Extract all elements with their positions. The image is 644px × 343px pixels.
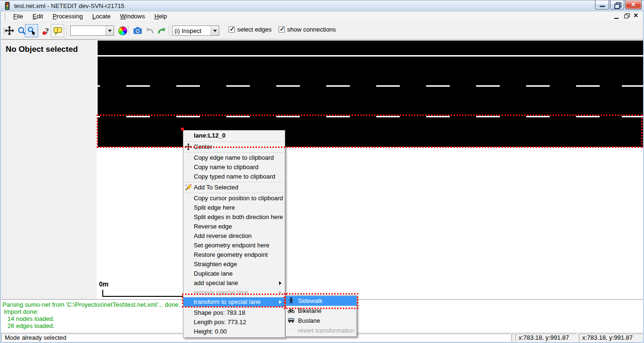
menubar: FileEditProcessingLocateWindowsHelp (1, 11, 643, 22)
context-menu-item[interactable]: Split edges in both direction here (183, 212, 285, 222)
context-menu-item[interactable]: Restore geometry endpoint (183, 250, 285, 260)
buslane-icon (288, 317, 295, 324)
checkbox-checked-icon (279, 26, 285, 33)
chevron-down-icon (213, 30, 217, 32)
road-edges[interactable] (98, 41, 643, 147)
minimize-button[interactable] (595, 0, 609, 9)
select-edges-checkbox[interactable]: select edges (229, 26, 272, 33)
restore-button[interactable] (610, 0, 624, 9)
context-menu-item[interactable]: Straighten edge (183, 260, 285, 269)
submenu-arrow-icon (279, 281, 281, 285)
submenu-arrow-icon (279, 291, 281, 294)
zoom-select-button[interactable] (25, 24, 38, 37)
lane-divider-dashed (98, 116, 643, 117)
context-menu-item[interactable]: transform to special lane (183, 297, 285, 307)
bikelane-icon (288, 307, 295, 314)
undo-button[interactable] (143, 24, 156, 37)
mdi-close-button[interactable] (633, 13, 640, 20)
netedit-window: test.net.xml - NETEDIT dev-SVN-r21715 Fi… (0, 0, 644, 343)
submenu-arrow-icon (279, 300, 281, 304)
locator-combo[interactable] (70, 25, 114, 36)
menu-separator (184, 182, 284, 182)
snapshot-button[interactable] (131, 24, 144, 37)
inspector-message: No Object selected (6, 45, 78, 54)
scale-label: 0m (99, 280, 108, 288)
lane-divider-solid (98, 55, 643, 57)
menu-separator (184, 307, 284, 308)
toolbar-separator (66, 25, 67, 36)
svg-text:?: ? (45, 26, 49, 35)
window-title: test.net.xml - NETEDIT dev-SVN-r21715 (14, 2, 124, 9)
lane-divider-dashed (98, 85, 643, 87)
context-menu-item[interactable]: Set geometry endpoint here (183, 241, 285, 250)
context-menu-info: Height: 0.00 (183, 327, 285, 336)
context-menu-item[interactable]: add special lane (183, 278, 285, 288)
menubar-item[interactable]: Windows (116, 11, 150, 22)
titlebar[interactable]: test.net.xml - NETEDIT dev-SVN-r21715 (0, 0, 644, 11)
menubar-item[interactable]: File (8, 11, 28, 22)
toolbar: ? ! (1, 22, 643, 40)
sidewalk-icon (288, 297, 295, 304)
netedit-app-icon (3, 2, 11, 10)
window-border-left (0, 11, 1, 343)
scale-bar-line (102, 296, 183, 297)
menubar-item[interactable]: Edit (28, 11, 48, 22)
color-wheel-icon (118, 26, 127, 35)
tooltip-toggle-button[interactable]: ! (51, 24, 64, 37)
context-menu-item[interactable]: Center (183, 142, 285, 152)
context-menu-item[interactable]: Copy edge name to clipboard (183, 153, 285, 163)
context-menu-item[interactable]: Add reverse direction (183, 231, 285, 241)
mode-combo[interactable]: (i) Inspect (172, 25, 219, 36)
wand-icon (185, 184, 192, 191)
context-menu-item[interactable]: remove special lane (183, 288, 285, 297)
checkbox-checked-icon (229, 26, 235, 33)
context-menu-item[interactable]: Add To Selected (183, 183, 285, 192)
statusbar-separator (512, 334, 514, 342)
click-position-marker (181, 128, 184, 131)
menu-separator (184, 141, 284, 142)
context-menu-item[interactable]: Copy cursor position to clipboard (183, 194, 285, 203)
transform-lane-submenu: Sidewalk Bikelane Buslane revert transfo… (285, 295, 357, 337)
submenu-item[interactable]: revert transformation (286, 326, 356, 335)
chevron-down-icon (108, 30, 112, 32)
menubar-item[interactable]: Processing (48, 11, 87, 22)
menubar-grip[interactable] (3, 13, 5, 20)
context-menu-item[interactable]: Duplicate lane (183, 269, 285, 278)
menubar-item[interactable]: Locate (88, 11, 116, 22)
context-menu-info: Length pos: 773.12 (183, 318, 285, 327)
toolbar-separator (169, 25, 170, 36)
submenu-item[interactable]: Buslane (286, 316, 356, 326)
close-button[interactable] (625, 0, 642, 9)
menu-separator (184, 193, 284, 193)
inspector-panel: No Object selected (1, 40, 97, 300)
menubar-item[interactable]: Help (149, 11, 172, 22)
recenter-view-button[interactable] (3, 24, 16, 37)
center-icon (185, 143, 192, 151)
context-menu-header: lane:L12_0 (183, 131, 285, 141)
combo-dropdown-button[interactable] (211, 26, 219, 35)
context-menu-info: Shape pos: 783.18 (183, 308, 285, 318)
context-menu-item[interactable]: Split edge here (183, 203, 285, 212)
submenu-item[interactable]: Sidewalk (286, 296, 356, 306)
network-canvas[interactable]: 0m (97, 40, 643, 300)
toolbar-separator (129, 25, 130, 36)
submenu-item[interactable]: Bikelane (286, 306, 356, 316)
color-scheme-button[interactable] (116, 24, 129, 37)
lane-context-menu: lane:L12_0 Center Copy edge name to clip… (183, 130, 285, 338)
cursor-coordinates-geo: x:783.18, y:991.87 (515, 334, 577, 342)
mdi-minimize-button[interactable] (613, 13, 620, 20)
menu-separator (184, 152, 284, 153)
show-connections-checkbox[interactable]: show connections (279, 26, 336, 33)
svg-text:!: ! (57, 27, 58, 33)
cursor-coordinates-net: x:783.18, y:991.87 (579, 334, 643, 342)
context-menu-item[interactable]: Reverse edge (183, 222, 285, 231)
mdi-restore-button[interactable] (623, 13, 630, 20)
redo-button[interactable] (155, 24, 168, 37)
context-menu-item[interactable]: Copy typed name to clipboard (183, 172, 285, 181)
combo-dropdown-button[interactable] (106, 26, 114, 35)
context-menu-item[interactable]: Copy name to clipboard (183, 163, 285, 172)
